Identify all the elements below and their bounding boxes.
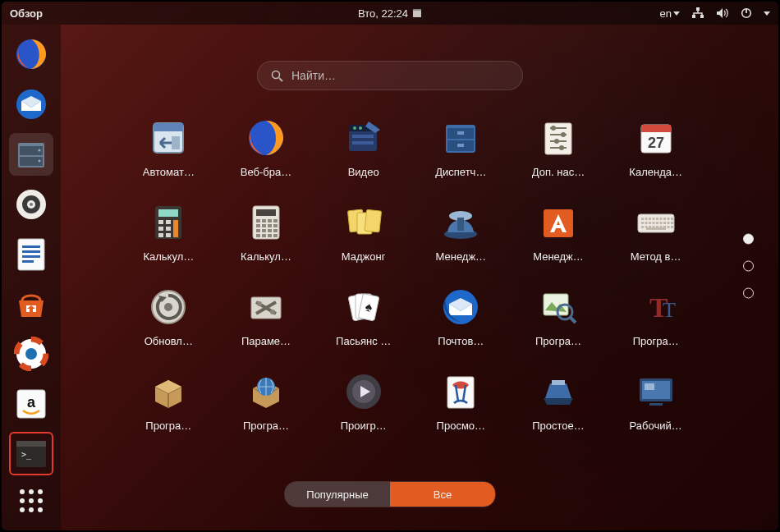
autorun-icon	[147, 117, 190, 159]
svg-rect-74	[166, 220, 171, 224]
app-magnify-img[interactable]: Програ…	[523, 286, 594, 347]
tab-popular[interactable]: Популярные	[285, 482, 390, 507]
svg-rect-69	[641, 125, 671, 132]
app-archive[interactable]: Диспетч…	[425, 117, 497, 178]
app-keyboard[interactable]: Метод в…	[620, 201, 691, 263]
mahjong-icon	[342, 201, 385, 244]
app-box-globe[interactable]: Програ…	[231, 370, 302, 432]
clock-text: Вто, 22:24	[358, 7, 408, 20]
search-input[interactable]: Найти…	[257, 61, 523, 90]
app-calc-dark[interactable]: Калькул…	[133, 201, 204, 263]
svg-point-64	[551, 126, 556, 131]
app-autorun[interactable]: Автомат…	[133, 117, 204, 178]
app-settings[interactable]: Параме…	[231, 286, 302, 347]
chevron-down-icon	[673, 11, 680, 16]
svg-point-40	[29, 507, 34, 512]
svg-rect-58	[457, 144, 464, 147]
dock-rhythmbox[interactable]	[9, 182, 53, 226]
svg-rect-88	[273, 219, 278, 222]
svg-rect-94	[262, 229, 266, 232]
dock-software[interactable]	[9, 282, 53, 326]
svg-rect-3	[692, 15, 695, 18]
remote-icon	[635, 370, 677, 413]
svg-rect-125	[667, 222, 669, 224]
keyboard-layout-indicator[interactable]: en	[660, 7, 680, 20]
dock-files[interactable]	[9, 133, 53, 177]
top-panel: Обзор Вто, 22:24 en	[2, 2, 778, 25]
calc-light-icon	[245, 201, 287, 244]
page-dot-3[interactable]	[743, 288, 754, 299]
app-video[interactable]: Видео	[328, 117, 399, 178]
app-label: Маджонг	[342, 250, 386, 263]
app-box[interactable]: Програ…	[133, 370, 204, 432]
tab-all[interactable]: Все	[390, 482, 495, 507]
dock-thunderbird[interactable]	[9, 83, 53, 126]
svg-point-37	[29, 498, 34, 503]
app-label: Обновл…	[145, 335, 193, 347]
dock-amazon[interactable]: a	[9, 383, 53, 426]
svg-point-67	[559, 145, 564, 150]
svg-rect-92	[273, 224, 278, 227]
svg-rect-127	[641, 226, 644, 228]
svg-rect-107	[544, 209, 573, 237]
clock[interactable]: Вто, 22:24	[358, 7, 422, 20]
app-cards[interactable]: ♥♠Пасьянс …	[328, 286, 399, 347]
app-a-orange[interactable]: Менедж…	[523, 201, 594, 263]
svg-rect-115	[663, 218, 666, 220]
svg-rect-57	[457, 131, 464, 135]
svg-rect-118	[641, 222, 644, 224]
search-placeholder: Найти…	[291, 69, 336, 82]
app-updater[interactable]: Обновл…	[133, 286, 204, 347]
app-label: Диспетч…	[435, 166, 486, 178]
tweaks-icon	[537, 117, 580, 159]
svg-rect-20	[22, 245, 40, 248]
archive-icon	[439, 117, 482, 159]
app-mahjong[interactable]: Маджонг	[328, 201, 399, 263]
calc-dark-icon	[147, 201, 190, 244]
app-firefox[interactable]: Веб-бра…	[231, 117, 302, 178]
svg-rect-113	[656, 218, 658, 220]
svg-rect-72	[158, 209, 178, 217]
app-label: Проигр…	[341, 420, 387, 432]
svg-rect-1	[413, 9, 421, 11]
dock-help[interactable]	[9, 332, 53, 376]
app-calc-light[interactable]: Калькул…	[231, 201, 302, 263]
show-applications-button[interactable]	[9, 479, 53, 522]
app-remote[interactable]: Рабочий…	[620, 370, 691, 432]
app-label: Автомат…	[143, 166, 195, 178]
svg-rect-123	[659, 222, 662, 224]
app-tweaks[interactable]: Доп. нас…	[523, 117, 594, 178]
activities-button[interactable]: Обзор	[10, 7, 43, 20]
box-globe-icon	[245, 370, 287, 413]
svg-rect-160	[552, 380, 565, 385]
svg-point-36	[20, 498, 25, 503]
app-scanner-blue[interactable]: Менедж…	[425, 201, 497, 263]
svg-point-38	[38, 498, 43, 503]
app-label: Метод в…	[631, 250, 681, 263]
svg-rect-163	[645, 383, 654, 390]
power-icon	[741, 7, 752, 19]
dock-firefox[interactable]	[9, 33, 53, 76]
dock-writer[interactable]	[9, 232, 53, 276]
status-area[interactable]: en	[660, 7, 770, 20]
page-indicator[interactable]	[743, 234, 754, 299]
dock-terminal[interactable]: >_	[9, 432, 53, 475]
page-dot-1[interactable]	[743, 234, 754, 245]
app-label: Видео	[348, 166, 379, 178]
app-calendar[interactable]: 27Календа…	[620, 117, 691, 178]
chevron-down-icon	[764, 11, 770, 16]
app-evince[interactable]: Просмо…	[425, 370, 497, 432]
firefox-icon	[245, 117, 287, 159]
svg-rect-164	[649, 403, 663, 406]
volume-icon	[716, 7, 729, 19]
app-thunderbird[interactable]: Почтов…	[425, 286, 497, 347]
app-player[interactable]: Проигр…	[328, 370, 399, 432]
page-dot-2[interactable]	[743, 261, 754, 272]
svg-rect-53	[352, 141, 374, 144]
svg-rect-96	[273, 229, 278, 232]
app-fonts[interactable]: TTПрогра…	[620, 286, 691, 347]
app-scan-flat[interactable]: Простое…	[523, 370, 594, 432]
app-label: Просмо…	[437, 420, 485, 432]
svg-point-34	[29, 489, 34, 494]
app-label: Програ…	[535, 335, 581, 347]
